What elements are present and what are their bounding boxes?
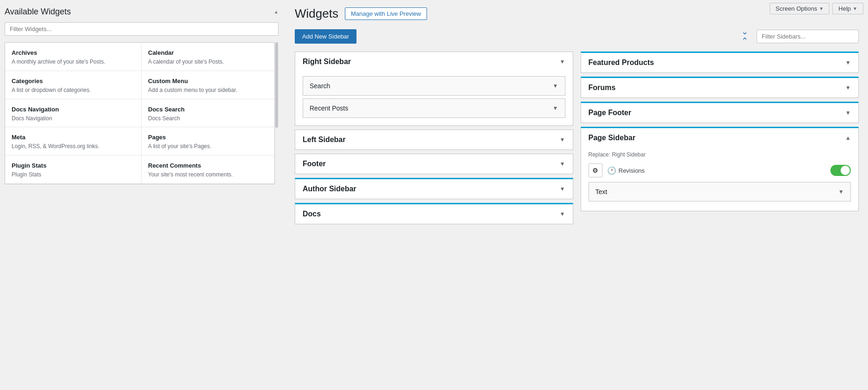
widget-row-search[interactable]: Search ▼ [303,76,565,96]
main-area: Widgets Manage with Live Preview Add New… [285,0,868,390]
sidebar-caret-icon: ▼ [560,211,565,217]
sort-up-icon[interactable]: ⌃ [741,37,748,45]
sidebar-header-author-sidebar[interactable]: Author Sidebar ▼ [295,179,573,199]
screen-options-button[interactable]: Screen Options ▼ [770,3,830,14]
filter-sidebars-input[interactable] [757,30,859,43]
gear-button[interactable]: ⚙ [589,163,602,177]
sidebar-header-page-footer[interactable]: Page Footer ▼ [581,103,859,123]
widget-row-caret-icon: ▼ [553,83,558,89]
sidebar-header-forums[interactable]: Forums ▼ [581,78,859,98]
sidebar-header-docs[interactable]: Docs ▼ [295,204,573,224]
widget-item-archives[interactable]: Archives A monthly archive of your site'… [5,43,142,71]
sidebar-footer: Footer ▼ [295,154,573,174]
widget-item-docs-navigation[interactable]: Docs Navigation Docs Navigation [5,99,142,128]
sidebar-caret-icon: ▼ [560,58,565,65]
sidebar-featured-products: Featured Products ▼ [581,52,859,73]
widget-item-calendar[interactable]: Calendar A calendar of your site's Posts… [142,43,278,71]
widgets-grid: Archives A monthly archive of your site'… [5,42,279,184]
available-widgets-header: Available Widgets ▲ [5,7,279,17]
toggle-switch[interactable] [830,165,851,176]
page-sidebar-body: Replace: Right Sidebar ⚙ 🕐 Revisions Tex… [581,148,859,211]
text-widget-caret-icon: ▼ [838,188,844,195]
sidebar-header-left-sidebar[interactable]: Left Sidebar ▼ [295,130,573,150]
sidebar-caret-icon: ▼ [560,186,565,192]
sort-down-icon[interactable]: ⌄ [741,27,748,36]
sidebar-author-sidebar: Author Sidebar ▼ [295,178,573,199]
widget-item-meta[interactable]: Meta Login, RSS, & WordPress.org links. [5,127,142,156]
help-caret-icon: ▼ [853,6,857,11]
widget-row-caret-icon: ▼ [553,105,558,111]
collapse-icon[interactable]: ▲ [274,9,279,14]
sidebar-docs: Docs ▼ [295,203,573,224]
right-sidebars-col: Featured Products ▼ Forums ▼ Page Footer… [581,52,859,385]
manage-with-live-preview-button[interactable]: Manage with Live Preview [345,7,427,20]
sidebar-header-featured-products[interactable]: Featured Products ▼ [581,53,859,72]
available-widgets-title: Available Widgets [5,7,71,17]
scrollbar-thumb[interactable] [275,42,278,128]
widget-item-docs-search[interactable]: Docs Search Docs Search [142,99,278,128]
widget-item-pages[interactable]: Pages A list of your site's Pages. [142,127,278,156]
sidebar-page-sidebar: Page Sidebar ▲ Replace: Right Sidebar ⚙ … [581,127,859,211]
widget-item-categories[interactable]: Categories A list or dropdown of categor… [5,71,142,99]
text-widget-row[interactable]: Text ▼ [589,182,851,202]
replace-text: Replace: Right Sidebar [589,151,851,158]
widget-item-plugin-stats[interactable]: Plugin Stats Plugin Stats [5,156,142,184]
revisions-clock-icon: 🕐 [607,166,616,175]
widget-item-custom-menu[interactable]: Custom Menu Add a custom menu to your si… [142,71,278,99]
sidebar-header-footer[interactable]: Footer ▼ [295,154,573,174]
sidebar-caret-icon: ▼ [845,59,851,66]
sidebars-layout: Right Sidebar ▼ Search ▼ Recent Posts ▼ … [295,52,859,385]
sidebars-toolbar: Add New Sidebar ⌄ ⌃ [295,27,859,45]
page-sidebar-caret-icon: ▲ [845,135,851,141]
sidebar-forums: Forums ▼ [581,77,859,98]
page-sidebar-tools: ⚙ 🕐 Revisions [589,163,851,177]
revisions-label: Revisions [619,167,645,174]
sidebar-caret-icon: ▼ [560,161,565,167]
widgets-grid-wrapper: Archives A monthly archive of your site'… [5,42,279,184]
page-sidebar-header[interactable]: Page Sidebar ▲ [581,128,859,148]
help-button[interactable]: Help ▼ [832,3,863,14]
top-bar: Screen Options ▼ Help ▼ [762,0,868,17]
available-widgets-panel: Available Widgets ▲ Archives A monthly a… [0,0,285,390]
sidebar-caret-icon: ▼ [845,84,851,91]
sidebar-caret-icon: ▼ [845,110,851,116]
add-new-sidebar-button[interactable]: Add New Sidebar [295,29,356,44]
sidebar-caret-icon: ▼ [560,136,565,143]
widgets-main-title: Widgets [295,6,338,21]
sidebar-left-sidebar: Left Sidebar ▼ [295,130,573,150]
widget-item-recent-comments[interactable]: Recent Comments Your site's most recent … [142,156,278,184]
sidebar-page-footer: Page Footer ▼ [581,102,859,123]
revisions-button[interactable]: 🕐 Revisions [607,166,645,175]
filter-widgets-input[interactable] [5,22,279,36]
widget-row-recent-posts[interactable]: Recent Posts ▼ [303,98,565,118]
main-layout: Available Widgets ▲ Archives A monthly a… [0,0,868,390]
left-sidebars-col: Right Sidebar ▼ Search ▼ Recent Posts ▼ … [295,52,573,385]
sidebar-right-sidebar: Right Sidebar ▼ Search ▼ Recent Posts ▼ [295,52,573,126]
screen-options-caret-icon: ▼ [819,6,823,11]
sidebar-header-right-sidebar[interactable]: Right Sidebar ▼ [295,52,573,72]
